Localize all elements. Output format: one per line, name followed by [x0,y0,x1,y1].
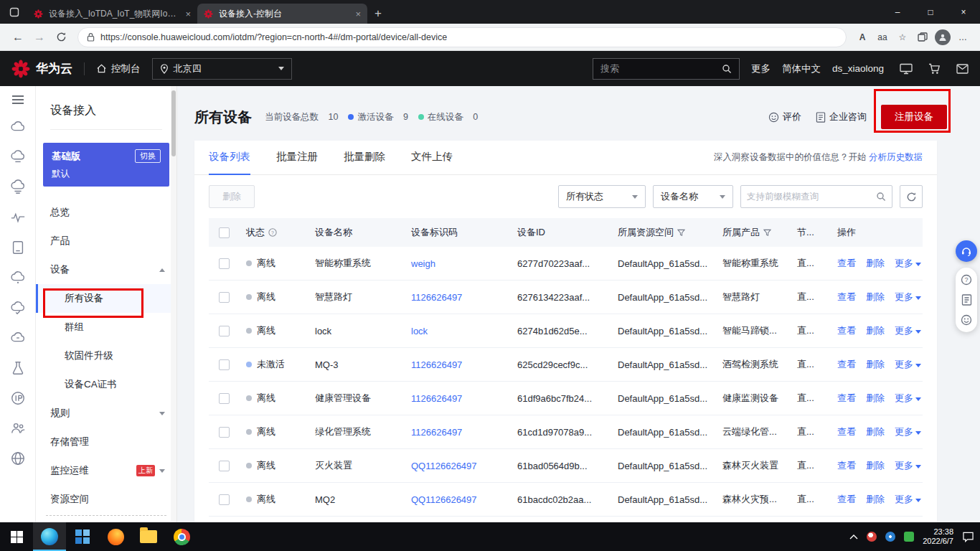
delete-link[interactable]: 删除 [866,359,885,369]
tray-icon-2[interactable] [885,532,895,542]
mail-icon[interactable] [956,64,969,74]
action-center-icon[interactable] [962,532,974,542]
console-home-link[interactable]: 控制台 [96,62,141,75]
filter-icon[interactable] [677,229,685,237]
tab-file-upload[interactable]: 文件上传 [411,141,453,175]
more-link[interactable]: 更多 [895,392,921,403]
support-headset-button[interactable] [956,240,977,262]
new-tab-button[interactable]: + [374,7,382,19]
sidebar-item-6[interactable]: 设备CA证书 [36,370,176,399]
delete-button[interactable]: 删除 [209,185,255,208]
sidebar-item-8[interactable]: 存储管理 [36,428,176,456]
service-users-icon[interactable] [10,420,26,436]
row-checkbox[interactable] [219,494,230,505]
scrollbar-thumb[interactable] [171,90,176,156]
url-bar[interactable]: https://console.huaweicloud.com/iotdm/?r… [77,27,847,47]
service-cloud-icon-3[interactable] [10,179,26,195]
service-cloud-icon-1[interactable] [10,119,26,135]
help-icon[interactable]: ? [268,228,277,237]
delete-link[interactable]: 删除 [866,291,885,302]
device-code-link[interactable]: 1126626497 [411,427,462,438]
huawei-cloud-logo[interactable]: 华为云 [11,60,72,78]
analyze-history-link[interactable]: 分析历史数据 [869,152,923,162]
view-link[interactable]: 查看 [837,325,856,336]
tab-close-icon[interactable]: × [355,9,361,19]
tab-batch-delete[interactable]: 批量删除 [344,141,385,175]
sidebar-item-10[interactable]: 资源空间 [36,485,176,514]
back-icon[interactable]: ← [7,27,29,48]
row-checkbox[interactable] [219,461,230,471]
browser-tab-1[interactable]: 设备接入_IoTDA_IoT_物联网IoT平... × [27,4,197,24]
more-link[interactable]: 更多 [895,426,921,437]
refresh-icon[interactable] [50,27,72,48]
profile-avatar[interactable] [933,27,953,47]
collapse-menu-icon[interactable] [11,95,24,105]
view-link[interactable]: 查看 [837,426,856,437]
tab-batch-register[interactable]: 批量注册 [276,141,318,175]
view-link[interactable]: 查看 [837,291,856,302]
row-checkbox[interactable] [219,359,230,370]
feedback-link[interactable]: 评价 [768,110,801,123]
favorites-icon[interactable]: ☆ [892,27,913,47]
row-checkbox[interactable] [219,258,230,269]
sidebar-item-1[interactable]: 产品 [36,227,176,255]
more-menu[interactable]: 更多 [751,62,771,75]
sidebar-item-3[interactable]: 所有设备 [36,284,176,313]
sidebar-item-9[interactable]: 监控运维上新 [36,456,176,485]
tab-close-icon[interactable]: × [185,9,191,19]
region-selector[interactable]: 北京四 [152,58,292,80]
language-selector[interactable]: 简体中文 [782,62,821,75]
more-link[interactable]: 更多 [895,359,921,369]
console-search-input[interactable] [600,63,722,74]
taskbar-explorer-button[interactable] [132,522,165,551]
column-filter-select[interactable]: 设备名称 [653,185,733,208]
filter-icon[interactable] [763,229,771,237]
device-code-link[interactable]: 1126626497 [411,393,462,404]
device-code-link[interactable]: 1126626497 [411,359,462,370]
help-circle-button[interactable]: ? [961,274,972,286]
device-code-link[interactable]: 1126626497 [411,292,462,303]
status-filter-select[interactable]: 所有状态 [558,185,646,208]
delete-link[interactable]: 删除 [866,460,885,471]
select-all-checkbox[interactable] [219,227,230,238]
user-menu[interactable]: ds_xiaolong [832,63,884,74]
enterprise-consult-link[interactable]: 企业咨询 [816,110,867,123]
delete-link[interactable]: 删除 [866,258,885,268]
view-link[interactable]: 查看 [837,494,856,504]
sidebar-scrollbar[interactable] [171,86,176,522]
service-pulse-icon[interactable] [10,209,26,225]
tray-expand-icon[interactable] [849,534,858,540]
device-code-link[interactable]: lock [411,326,428,336]
tab-search-icon[interactable] [6,4,23,21]
sidebar-item-0[interactable]: 总览 [36,198,176,227]
minimize-button[interactable]: – [881,0,914,24]
close-button[interactable]: × [947,0,980,24]
register-device-button[interactable]: 注册设备 [881,105,947,129]
delete-link[interactable]: 删除 [866,325,885,336]
more-link[interactable]: 更多 [895,258,921,268]
more-link[interactable]: 更多 [895,325,921,336]
satisfaction-button[interactable] [961,314,972,326]
view-link[interactable]: 查看 [837,460,856,471]
tray-icon-1[interactable] [867,532,877,542]
sidebar-item-5[interactable]: 软固件升级 [36,342,176,370]
service-cloud-icon-5[interactable] [10,300,26,316]
cart-icon[interactable] [928,63,941,75]
more-link[interactable]: 更多 [895,460,921,471]
sidebar-item-7[interactable]: 规则 [36,399,176,428]
browser-tab-2-active[interactable]: 设备接入-控制台 × [197,4,367,24]
device-code-link[interactable]: QQ1126626497 [411,461,477,471]
view-link[interactable]: 查看 [837,392,856,403]
view-link[interactable]: 查看 [837,359,856,369]
delete-link[interactable]: 删除 [866,494,885,504]
service-cloud-icon-6[interactable] [10,330,26,346]
text-tools-icon[interactable]: aa [872,27,892,47]
refresh-button[interactable] [900,185,923,208]
device-code-link[interactable]: QQ1126626497 [411,494,477,505]
collections-icon[interactable] [913,27,933,47]
console-monitor-icon[interactable] [900,63,913,75]
service-globe-icon[interactable] [10,451,26,466]
read-aloud-icon[interactable]: A [852,27,872,47]
taskbar-app-button-1[interactable] [66,522,99,551]
service-cloud-icon-2[interactable] [10,149,26,165]
